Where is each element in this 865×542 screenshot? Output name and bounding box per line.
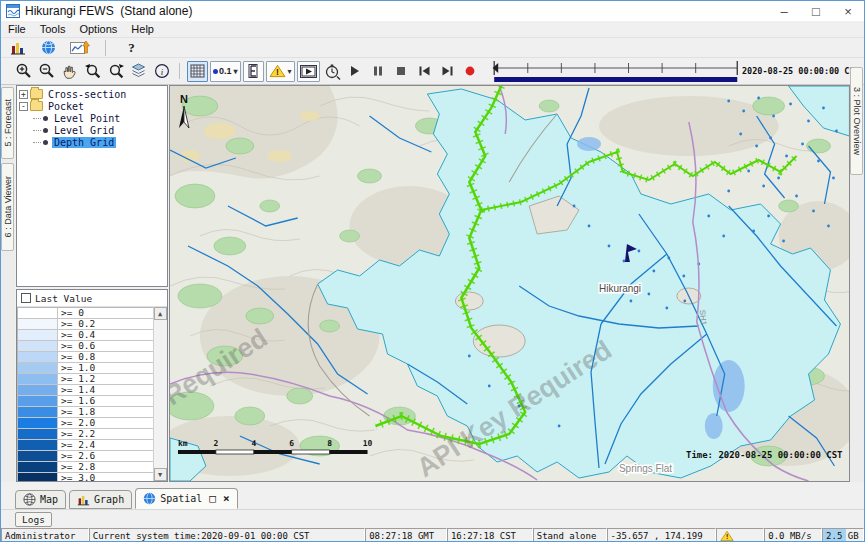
app-window: Hikurangi FEWS (Stand alone) – □ × FileT…	[0, 0, 865, 542]
logs-button[interactable]: Logs	[15, 512, 52, 527]
tab-spatial-label: Spatial	[160, 493, 202, 504]
tab-data-viewer[interactable]: 6 : Data Viewer	[1, 163, 14, 251]
spatial-display-globe-icon[interactable]	[38, 37, 59, 58]
warning-icon: !	[720, 530, 734, 542]
play-button[interactable]	[345, 61, 366, 82]
tree-item-level-point[interactable]: Level Point	[19, 112, 167, 124]
legend-label: >= 1.6	[58, 396, 153, 406]
layers-icon[interactable]	[128, 61, 149, 82]
legend-color-swatch	[18, 429, 58, 439]
svg-text:!: !	[725, 533, 729, 541]
svg-text:N: N	[180, 93, 188, 105]
legend-label: >= 0.2	[58, 319, 153, 329]
pause-button[interactable]	[368, 61, 389, 82]
left-tab-strip: 5 : Forecast 6 : Data Viewer	[1, 85, 15, 482]
svg-text:8: 8	[327, 439, 332, 448]
legend-header: Last Value	[17, 290, 167, 307]
warnings-dropdown[interactable]: !▾	[266, 61, 295, 82]
tab-graph[interactable]: Graph	[69, 490, 132, 509]
legend-color-swatch	[18, 363, 58, 373]
legend-color-swatch	[18, 440, 58, 450]
legend-color-swatch	[18, 308, 58, 318]
timer-settings-icon[interactable]	[322, 61, 343, 82]
right-tab-strip: 3 : Plot Overview	[850, 85, 864, 482]
svg-text:!: !	[276, 67, 279, 77]
tab-spatial[interactable]: Spatial □ ×	[135, 488, 237, 509]
time-slider-thumb[interactable]	[492, 63, 498, 73]
menu-help[interactable]: Help	[131, 23, 154, 35]
status-bar: Administrator Current system time:2020-0…	[1, 528, 864, 542]
menu-options[interactable]: Options	[79, 23, 117, 35]
legend-color-swatch	[18, 451, 58, 461]
zoom-previous-icon[interactable]	[82, 61, 103, 82]
last-value-checkbox[interactable]	[21, 293, 31, 303]
status-warning-cell[interactable]: !	[716, 528, 764, 542]
tree-item-level-grid[interactable]: Level Grid	[19, 124, 167, 136]
tree-item-depth-grid[interactable]: Depth Grid	[19, 136, 167, 148]
map-canvas[interactable]: SH1 API Key Required API Key Required	[170, 86, 849, 481]
legend-color-swatch	[18, 407, 58, 417]
spatial-map[interactable]: SH1 API Key Required API Key Required	[169, 85, 850, 482]
timeseries-chart-icon[interactable]	[69, 37, 90, 58]
scalebar-button[interactable]	[243, 61, 264, 82]
title-bar: Hikurangi FEWS (Stand alone) – □ ×	[1, 1, 864, 21]
collapse-icon[interactable]: -	[19, 102, 28, 111]
time-slider-track[interactable]	[491, 59, 740, 83]
main-area: 5 : Forecast 6 : Data Viewer + Cross-sec…	[1, 85, 864, 482]
scroll-down-icon[interactable]: ▼	[154, 468, 167, 481]
folder-icon	[30, 101, 43, 111]
animation-button[interactable]	[297, 61, 320, 82]
close-button[interactable]: ×	[832, 1, 864, 21]
legend-color-swatch	[18, 462, 58, 472]
time-slider[interactable]	[491, 59, 740, 83]
menu-tools[interactable]: Tools	[40, 23, 66, 35]
status-local-time: 16:27:18 CST	[447, 528, 533, 542]
svg-text:i: i	[160, 67, 163, 77]
legend-color-swatch	[18, 385, 58, 395]
contour-interval-dropdown[interactable]: 0.1▾	[210, 61, 241, 82]
step-forward-button[interactable]	[437, 61, 458, 82]
step-back-button[interactable]	[414, 61, 435, 82]
record-button[interactable]	[460, 61, 481, 82]
tab-map[interactable]: Map	[15, 490, 66, 509]
info-icon[interactable]: i	[151, 61, 172, 82]
menu-file[interactable]: File	[8, 23, 26, 35]
expand-icon[interactable]: +	[19, 90, 28, 99]
status-gmt-time: 08:27:18 GMT	[365, 528, 447, 542]
legend-scrollbar[interactable]: ▲ ▼	[153, 307, 167, 481]
place-label-hikurangi: Hikurangi	[599, 283, 641, 294]
bar-chart-icon	[77, 494, 90, 506]
legend-color-swatch	[18, 330, 58, 340]
legend-color-swatch	[18, 418, 58, 428]
legend-label: >= 2.8	[58, 462, 153, 472]
tab-maximize-icon[interactable]: □	[209, 494, 216, 504]
status-coordinates: -35.657 , 174.199	[607, 528, 717, 542]
zoom-out-icon[interactable]	[36, 61, 57, 82]
tree-item-cross-section[interactable]: + Cross-section	[19, 88, 167, 100]
legend-color-swatch	[18, 341, 58, 351]
tab-graph-label: Graph	[94, 494, 124, 505]
pan-hand-icon[interactable]	[59, 61, 80, 82]
grid-display-button[interactable]	[187, 61, 208, 82]
legend-label: >= 3.0	[58, 473, 153, 481]
stop-button[interactable]	[391, 61, 412, 82]
minimize-button[interactable]: –	[768, 1, 800, 21]
legend-label: >= 2.2	[58, 429, 153, 439]
legend-list: >= 0>= 0.2>= 0.4>= 0.6>= 0.8>= 1.0>= 1.2…	[17, 307, 153, 481]
legend-color-swatch	[18, 319, 58, 329]
tab-plot-overview[interactable]: 3 : Plot Overview	[850, 67, 863, 175]
status-mode: Stand alone	[533, 528, 607, 542]
tab-forecast[interactable]: 5 : Forecast	[1, 87, 14, 159]
maximize-button[interactable]: □	[800, 1, 832, 21]
filters-tree: + Cross-section - Pocket Level Point	[16, 85, 168, 287]
tab-close-icon[interactable]: ×	[223, 494, 230, 504]
legend-label: >= 1.8	[58, 407, 153, 417]
interval-value: 0.1	[219, 66, 232, 76]
database-explorer-icon[interactable]	[7, 37, 28, 58]
tree-item-pocket[interactable]: - Pocket	[19, 100, 167, 112]
zoom-next-icon[interactable]	[105, 61, 126, 82]
zoom-in-icon[interactable]	[13, 61, 34, 82]
help-button[interactable]: ?	[121, 37, 142, 58]
scroll-up-icon[interactable]: ▲	[154, 307, 167, 320]
globe-wire-icon	[23, 493, 36, 506]
